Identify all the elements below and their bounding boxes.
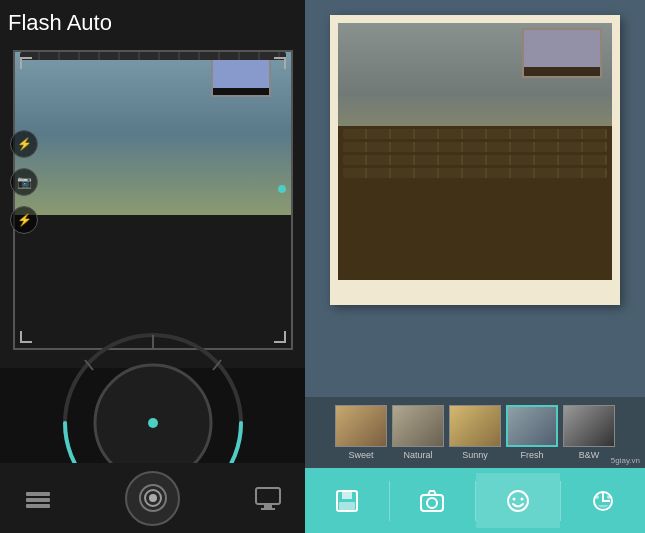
focus-corner-tl: [20, 57, 32, 69]
svg-point-24: [595, 495, 599, 499]
filter-preview-fresh: [508, 407, 556, 445]
filter-label-bw: B&W: [579, 450, 600, 460]
focus-corner-bl: [20, 331, 32, 343]
filter-natural[interactable]: Natural: [392, 405, 444, 460]
pk-kb-row-2: [343, 142, 607, 152]
left-panel: Flash Auto ⚡ 📷 ⚡: [0, 0, 305, 533]
scene-monitor: [211, 57, 271, 97]
monitor-screen: [213, 59, 269, 88]
focus-corner-tr: [274, 57, 286, 69]
filter-label-natural: Natural: [403, 450, 432, 460]
tab-face[interactable]: [476, 473, 560, 528]
bottom-controls: [0, 368, 305, 533]
pk-kb-row-1: [343, 129, 607, 139]
tab-bar: [305, 468, 645, 533]
focus-indicator: [278, 185, 286, 193]
scene-desk: [15, 52, 291, 215]
filter-preview-bw: [564, 406, 614, 446]
polaroid-monitor-screen: [524, 30, 600, 67]
filter-label-sunny: Sunny: [462, 450, 488, 460]
filter-label-sweet: Sweet: [348, 450, 373, 460]
camera-icon-btn[interactable]: 📷: [10, 168, 38, 196]
svg-rect-6: [26, 492, 50, 496]
polaroid-photo: [330, 15, 620, 305]
filter-strip: Sweet Natural Sunny Fresh B&W: [305, 397, 645, 468]
svg-rect-8: [26, 504, 50, 508]
svg-point-5: [148, 418, 158, 428]
screen-icon[interactable]: [250, 481, 285, 516]
svg-point-20: [508, 491, 528, 511]
polaroid-keyboard-area: [338, 126, 612, 280]
filter-sweet[interactable]: Sweet: [335, 405, 387, 460]
watermark: 5giay.vn: [611, 456, 640, 465]
filter-sunny[interactable]: Sunny: [449, 405, 501, 460]
svg-rect-17: [339, 502, 355, 510]
flash-icon-btn[interactable]: ⚡: [10, 130, 38, 158]
tab-camera[interactable]: [390, 473, 474, 528]
polaroid-monitor: [522, 28, 602, 78]
layers-icon[interactable]: [20, 481, 55, 516]
camera-viewfinder: [13, 50, 293, 350]
svg-rect-7: [26, 498, 50, 502]
keyboard-row-4: [20, 52, 286, 60]
filter-img-sunny[interactable]: [449, 405, 501, 447]
filter-preview-natural: [393, 406, 443, 446]
pk-kb-row-3: [343, 155, 607, 165]
bottom-bar: [0, 463, 305, 533]
filter-img-natural[interactable]: [392, 405, 444, 447]
viewfinder-image: [15, 52, 291, 348]
filter-bw[interactable]: B&W: [563, 405, 615, 460]
right-panel: Sweet Natural Sunny Fresh B&W: [305, 0, 645, 533]
svg-point-11: [149, 494, 157, 502]
filter-preview-sunny: [450, 406, 500, 446]
svg-rect-16: [342, 491, 352, 499]
filter-fresh[interactable]: Fresh: [506, 405, 558, 460]
filter-img-fresh[interactable]: [506, 405, 558, 447]
svg-point-19: [427, 498, 437, 508]
filter-img-bw[interactable]: [563, 405, 615, 447]
focus-corner-br: [274, 331, 286, 343]
shutter-button[interactable]: [125, 471, 180, 526]
filter-img-sweet[interactable]: [335, 405, 387, 447]
polaroid-scene-desk: [338, 23, 612, 164]
svg-point-21: [512, 497, 515, 500]
polaroid-image-content: [338, 23, 612, 280]
tab-save[interactable]: [305, 473, 389, 528]
filter-preview-sweet: [336, 406, 386, 446]
keyboard-row-1: [20, 263, 286, 271]
tab-sticker[interactable]: [561, 473, 645, 528]
svg-rect-13: [264, 504, 272, 508]
svg-point-22: [520, 497, 523, 500]
keyboard-row-3: [20, 287, 286, 295]
lightning-btn[interactable]: ⚡: [10, 206, 38, 234]
svg-rect-12: [256, 488, 280, 504]
flash-title: Flash Auto: [0, 0, 120, 44]
svg-rect-14: [261, 508, 275, 510]
svg-point-25: [607, 495, 611, 499]
filter-label-fresh: Fresh: [520, 450, 543, 460]
pk-kb-row-4: [343, 168, 607, 178]
keyboard-row-2: [20, 275, 286, 283]
